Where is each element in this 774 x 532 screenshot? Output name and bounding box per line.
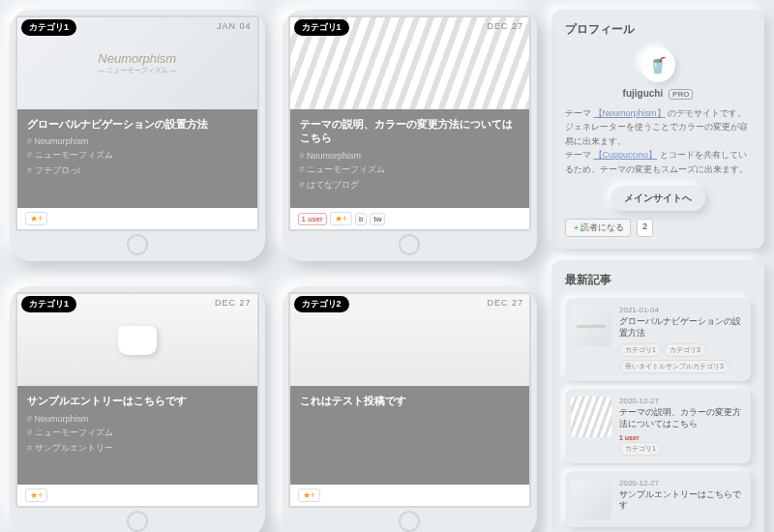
category-chip[interactable]: カテゴリ3 [664, 343, 706, 357]
tag[interactable]: Neumorphism [27, 414, 248, 424]
category-badge[interactable]: カテゴリ1 [294, 19, 349, 36]
recent-item[interactable]: umorphism 2021-01-04 グローバルナビゲーションの設置方法 カ… [565, 298, 751, 381]
post-card[interactable]: カテゴリ1 JAN 04 Neumorphism— ニューモーフィズム — グロ… [10, 10, 265, 261]
subscriber-count: 2 [637, 219, 653, 237]
users-count: 1 user [619, 434, 745, 441]
theme-link-neumorphism[interactable]: 【Neumorphism】 [594, 108, 666, 118]
post-card[interactable]: カテゴリ1 DEC 27 テーマの説明、カラーの変更方法についてはこちら Neu… [283, 10, 538, 261]
star-icon[interactable]: ★+ [25, 212, 47, 225]
profile-description: テーマ 【Neumorphism】 のデモサイトです。 ジェネレーターを使うこと… [565, 106, 751, 176]
tag[interactable]: ニューモーフィズム [27, 427, 248, 439]
star-icon[interactable]: ★+ [298, 488, 320, 502]
share-badge[interactable]: b [355, 213, 367, 225]
card-footer: ★+ [17, 208, 257, 229]
category-chip[interactable]: カテゴリ1 [619, 343, 662, 357]
date-badge: DEC 27 [487, 298, 523, 308]
recent-box: 最新記事 umorphism 2021-01-04 グローバルナビゲーションの設… [551, 260, 764, 532]
recent-date: 2021-01-04 [619, 306, 745, 314]
recent-item[interactable]: 2020-12-27 サンプルエントリーはこちらです [565, 471, 751, 527]
tag[interactable]: はてなブログ [300, 179, 521, 192]
home-button-icon [399, 234, 420, 255]
star-icon[interactable]: ★+ [25, 488, 47, 502]
category-badge[interactable]: カテゴリ2 [294, 296, 349, 312]
category-badge[interactable]: カテゴリ1 [21, 19, 76, 36]
share-badge[interactable]: tw [370, 213, 385, 225]
tag[interactable]: フテブロっ! [27, 164, 248, 177]
recent-thumbnail [571, 479, 611, 519]
home-button-icon [127, 511, 148, 532]
main-site-button[interactable]: メインサイトへ [610, 186, 705, 211]
avatar: 🥤 [640, 47, 675, 82]
category-badge[interactable]: カテゴリ1 [21, 296, 76, 312]
home-button-icon [399, 511, 420, 532]
recent-item[interactable]: 2020-12-27 テーマの説明、カラーの変更方法についてはこちら 1 use… [565, 389, 751, 462]
post-card[interactable]: カテゴリ1 DEC 27 サンプルエントリーはこちらです Neumorphism… [10, 286, 265, 532]
username: fujiguchi PRO [565, 88, 751, 99]
profile-heading: プロフィール [565, 21, 751, 38]
card-footer: ★+ [290, 485, 530, 506]
tag[interactable]: Neumorphism [300, 151, 521, 161]
card-footer: 1 user★+btw [290, 208, 530, 229]
theme-link-cuppuccino[interactable]: 【Cuppuccino】 [594, 150, 658, 160]
recent-thumbnail: umorphism [571, 306, 611, 346]
category-chip[interactable]: カテゴリ1 [619, 442, 662, 456]
users-badge: 1 user [298, 213, 327, 225]
recent-date: 2020-12-27 [619, 479, 745, 488]
date-badge: DEC 27 [215, 298, 252, 308]
profile-box: プロフィール 🥤 fujiguchi PRO テーマ 【Neumorphism】… [551, 10, 764, 249]
tag[interactable]: ニューモーフィズム [27, 149, 248, 162]
post-title[interactable]: サンプルエントリーはこちらです [27, 394, 248, 407]
pro-badge: PRO [669, 89, 693, 100]
post-title[interactable]: これはテスト投稿です [300, 394, 521, 407]
recent-thumbnail [571, 397, 611, 437]
recent-title[interactable]: サンプルエントリーはこちらです [619, 489, 745, 512]
tag[interactable]: ニューモーフィズム [300, 163, 521, 176]
post-card[interactable]: カテゴリ2 DEC 27 これはテスト投稿です ★+ [283, 286, 538, 532]
home-button-icon [127, 234, 148, 255]
post-title[interactable]: テーマの説明、カラーの変更方法についてはこちら [300, 117, 521, 145]
tag[interactable]: Neumorphism [27, 136, 248, 146]
star-icon[interactable]: ★+ [330, 212, 352, 225]
recent-date: 2020-12-27 [619, 397, 745, 405]
tag[interactable]: サンプルエントリー [27, 442, 248, 455]
date-badge: DEC 27 [487, 21, 523, 31]
category-chip[interactable]: 長いタイトルサンプルカテゴリ3 [619, 360, 729, 373]
recent-title[interactable]: テーマの説明、カラーの変更方法についてはこちら [619, 407, 745, 429]
card-footer: ★+ [17, 485, 257, 506]
recent-heading: 最新記事 [565, 272, 751, 288]
date-badge: JAN 04 [217, 21, 252, 31]
recent-title[interactable]: グローバルナビゲーションの設置方法 [619, 316, 745, 339]
subscribe-button[interactable]: ＋読者になる [565, 219, 631, 237]
post-title[interactable]: グローバルナビゲーションの設置方法 [27, 117, 248, 131]
